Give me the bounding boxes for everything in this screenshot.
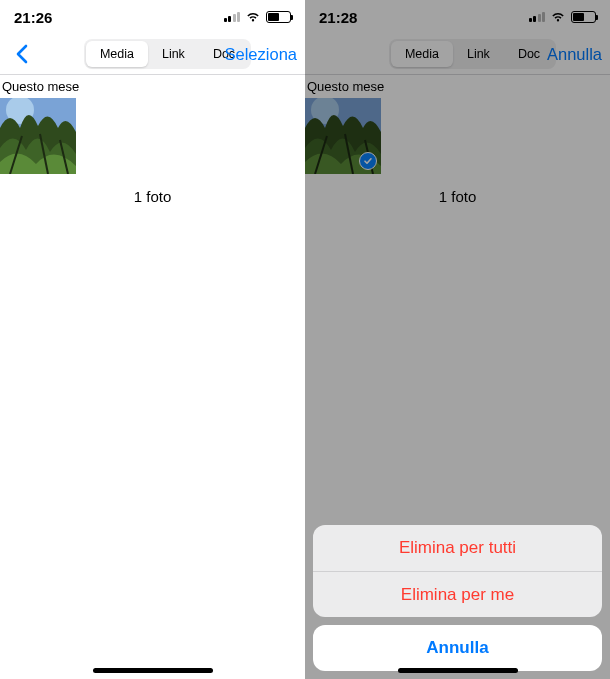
status-bar: 21:26: [0, 0, 305, 34]
status-right: [529, 11, 597, 23]
media-thumbnail[interactable]: [305, 98, 381, 174]
segmented-control[interactable]: Media Link Doc: [389, 39, 556, 69]
action-sheet-group: Elimina per tutti Elimina per me: [313, 525, 602, 617]
status-time: 21:26: [14, 9, 52, 26]
media-grid: [305, 98, 610, 174]
media-grid: [0, 98, 305, 174]
cellular-signal-icon: [529, 12, 546, 22]
screen-right: 21:28 Media Link Doc Annulla Questo mese: [305, 0, 610, 679]
section-header: Questo mese: [305, 75, 610, 98]
section-header: Questo mese: [0, 75, 305, 98]
photo-count: 1 foto: [305, 188, 610, 205]
cellular-signal-icon: [224, 12, 241, 22]
home-indicator[interactable]: [93, 668, 213, 673]
tab-media[interactable]: Media: [391, 41, 453, 67]
battery-icon: [266, 11, 291, 23]
photo-count: 1 foto: [0, 188, 305, 205]
status-right: [224, 11, 292, 23]
nav-bar: Media Link Doc Seleziona: [0, 34, 305, 74]
tab-media[interactable]: Media: [86, 41, 148, 67]
screen-left: 21:26 Media Link Doc Seleziona Questo me…: [0, 0, 305, 679]
status-time: 21:28: [319, 9, 357, 26]
chevron-left-icon: [14, 44, 28, 64]
delete-for-me-button[interactable]: Elimina per me: [313, 571, 602, 617]
select-button[interactable]: Seleziona: [225, 45, 297, 64]
wifi-icon: [550, 11, 566, 23]
tab-link[interactable]: Link: [453, 41, 504, 67]
cancel-selection-button[interactable]: Annulla: [547, 45, 602, 64]
delete-for-everyone-button[interactable]: Elimina per tutti: [313, 525, 602, 571]
selected-checkmark-icon: [359, 152, 377, 170]
tab-link[interactable]: Link: [148, 41, 199, 67]
status-bar: 21:28: [305, 0, 610, 34]
home-indicator[interactable]: [398, 668, 518, 673]
media-thumbnail[interactable]: [0, 98, 76, 174]
action-sheet: Elimina per tutti Elimina per me Annulla: [313, 525, 602, 671]
action-sheet-cancel-button[interactable]: Annulla: [313, 625, 602, 671]
wifi-icon: [245, 11, 261, 23]
back-button[interactable]: [6, 44, 36, 64]
battery-icon: [571, 11, 596, 23]
nav-bar: Media Link Doc Annulla: [305, 34, 610, 74]
